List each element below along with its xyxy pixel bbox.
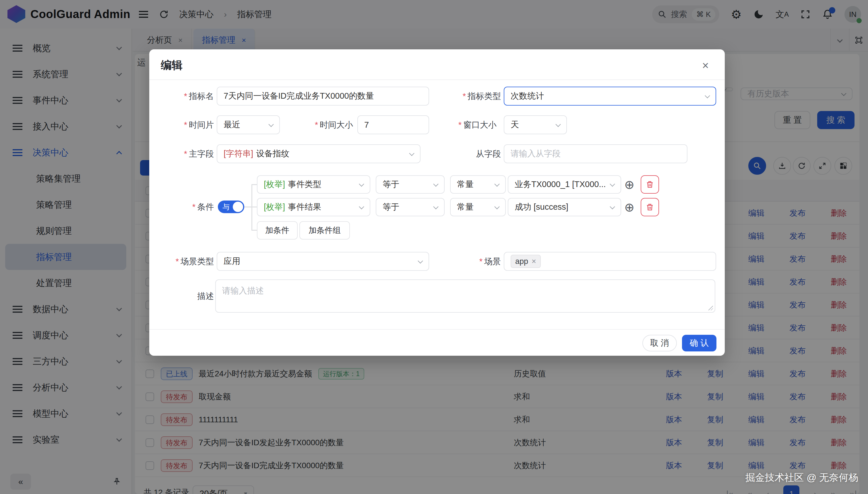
tag-remove-icon[interactable]: × <box>532 257 536 266</box>
time-slice-label: 时间片 <box>156 115 214 134</box>
time-slice-select[interactable]: 最近 <box>217 115 280 134</box>
delete-condition-button[interactable] <box>641 198 659 216</box>
scene-label: 场景 <box>443 252 501 271</box>
add-condition-group-button[interactable]: 加条件组 <box>299 221 350 240</box>
select-value: 业务TX0000_1 [TX000... <box>515 179 611 190</box>
time-slice-value: 最近 <box>224 119 240 131</box>
watermark: 掘金技术社区 @ 无奈何杨 <box>745 471 858 484</box>
condition-value-select[interactable]: 业务TX0000_1 [TX000... <box>508 175 621 194</box>
field-type-tag: [字符串] <box>224 148 253 159</box>
add-condition-inline-icon[interactable]: ⊕ <box>624 175 634 194</box>
chevron-down-icon <box>433 181 438 187</box>
indicator-type-select[interactable]: 次数统计 <box>504 87 716 106</box>
edit-dialog: 编辑 × 指标名 7天内同一设备ID完成业务TX0000的数量 指标类型 次数统… <box>149 49 725 356</box>
indicator-name-input[interactable]: 7天内同一设备ID完成业务TX0000的数量 <box>217 87 429 106</box>
main-field-value: 设备指纹 <box>256 148 289 159</box>
indicator-type-label: 指标类型 <box>443 87 501 106</box>
time-size-value: 7 <box>364 120 369 130</box>
select-value: 成功 [success] <box>515 202 611 213</box>
indicator-name-label: 指标名 <box>156 87 214 106</box>
toggle-knob <box>233 202 243 212</box>
close-icon[interactable]: × <box>702 59 709 72</box>
description-label: 描述 <box>156 287 214 305</box>
condition-bracket-line <box>252 185 252 230</box>
toggle-label: 与 <box>222 202 229 212</box>
select-value: 事件结果 <box>288 202 359 213</box>
chevron-down-icon <box>433 204 438 209</box>
condition-value-kind-select[interactable]: 常量 <box>450 175 506 194</box>
condition-bracket-line <box>252 230 257 231</box>
chevron-down-icon <box>359 204 364 209</box>
indicator-type-value: 次数统计 <box>511 90 544 102</box>
chevron-down-icon <box>610 204 615 209</box>
condition-field-select[interactable]: [枚举]事件类型 <box>257 175 370 194</box>
chevron-down-icon <box>494 181 499 187</box>
scene-type-label: 场景类型 <box>156 252 214 271</box>
add-condition-inline-icon[interactable]: ⊕ <box>624 198 634 216</box>
from-field-placeholder: 请输入从字段 <box>511 148 560 159</box>
enum-tag: [枚举] <box>264 179 285 190</box>
scene-type-value: 应用 <box>224 255 240 267</box>
from-field-label: 从字段 <box>443 144 501 163</box>
dialog-title: 编辑 <box>161 58 183 73</box>
description-placeholder: 请输入描述 <box>222 286 264 295</box>
main-field-label: 主字段 <box>156 144 214 163</box>
add-condition-button[interactable]: 加条件 <box>257 221 298 240</box>
scene-multiselect[interactable]: app × <box>504 252 716 271</box>
condition-operator-select[interactable]: 等于 <box>376 175 445 194</box>
condition-value-kind-select[interactable]: 常量 <box>450 198 506 216</box>
condition-label: 条件 <box>149 197 214 216</box>
divider <box>149 79 725 80</box>
confirm-button[interactable]: 确 认 <box>682 335 717 352</box>
delete-condition-button[interactable] <box>641 175 659 194</box>
chevron-down-icon <box>610 181 615 187</box>
time-size-label: 时间大小 <box>287 115 353 134</box>
window-size-value: 天 <box>511 119 519 131</box>
scene-type-select[interactable]: 应用 <box>217 252 429 271</box>
description-textarea[interactable]: 请输入描述 <box>215 280 715 313</box>
main-field-select[interactable]: [字符串] 设备指纹 <box>217 144 421 163</box>
enum-tag: [枚举] <box>264 202 285 213</box>
condition-bracket-line <box>252 184 257 185</box>
time-size-input[interactable]: 7 <box>357 115 429 134</box>
condition-operator-select[interactable]: 等于 <box>376 198 445 216</box>
indicator-name-value: 7天内同一设备ID完成业务TX0000的数量 <box>224 90 374 102</box>
chevron-down-icon <box>494 204 499 209</box>
chevron-down-icon <box>359 181 364 187</box>
scene-tag-label: app <box>515 257 528 266</box>
condition-value-select[interactable]: 成功 [success] <box>508 198 621 216</box>
select-value: 常量 <box>457 179 495 190</box>
cancel-button[interactable]: 取 消 <box>642 335 677 352</box>
condition-field-select[interactable]: [枚举]事件结果 <box>257 198 370 216</box>
select-value: 等于 <box>383 179 434 190</box>
from-field-input[interactable]: 请输入从字段 <box>504 144 687 163</box>
scene-tag: app × <box>511 255 541 268</box>
resize-handle-icon[interactable] <box>708 306 713 310</box>
condition-bracket-line <box>244 207 257 207</box>
window-size-select[interactable]: 天 <box>504 115 567 134</box>
select-value: 事件类型 <box>288 179 359 190</box>
window-size-label: 窗口大小 <box>430 115 497 134</box>
divider <box>149 329 725 330</box>
condition-logic-toggle[interactable]: 与 <box>218 201 244 213</box>
select-value: 等于 <box>383 202 434 213</box>
select-value: 常量 <box>457 202 495 213</box>
